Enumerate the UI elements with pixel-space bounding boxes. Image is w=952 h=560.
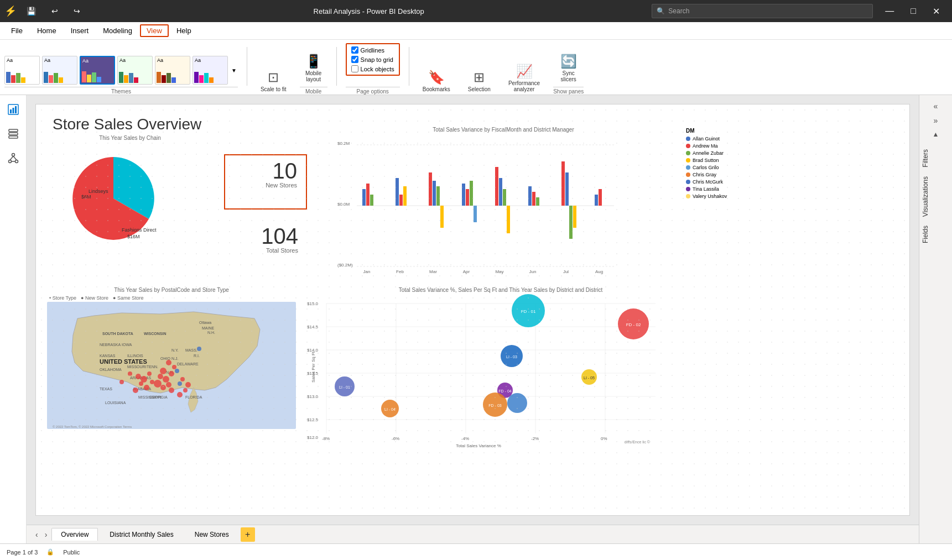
gridlines-checkbox[interactable]	[351, 46, 358, 54]
selection-button[interactable]: ⊞ Selection	[464, 67, 495, 95]
svg-text:FD - 01: FD - 01	[521, 309, 536, 314]
scale-to-fit-label: Scale to fit	[261, 86, 287, 92]
chevron-up-button[interactable]: ▲	[930, 128, 941, 140]
performance-analyzer-button[interactable]: 📈 Performance analyzer	[504, 61, 544, 95]
theme-tile-2[interactable]: Aa	[42, 56, 77, 85]
pie-value-fashions: $16M	[127, 234, 140, 239]
app-title: Retail Analysis - Power BI Desktop	[86, 7, 652, 15]
svg-rect-43	[573, 206, 576, 228]
redo-button[interactable]: ↪	[68, 4, 86, 18]
bookmarks-label: Bookmarks	[423, 86, 450, 92]
svg-point-91	[150, 380, 154, 384]
fields-panel-tab[interactable]: Fields	[919, 221, 952, 248]
svg-point-101	[183, 388, 188, 392]
svg-text:FD - 03: FD - 03	[488, 404, 501, 407]
filters-panel-tab[interactable]: Filters	[919, 145, 952, 172]
bookmarks-button[interactable]: 🔖 Bookmarks	[418, 67, 455, 95]
snap-to-grid-checkbox[interactable]	[351, 56, 358, 63]
svg-point-96	[178, 381, 182, 386]
svg-text:Ottawa: Ottawa	[199, 321, 211, 325]
legend-label-tina: Tina Lassila	[693, 186, 719, 192]
app-logo-icon: ⚡	[4, 5, 17, 17]
tab-overview[interactable]: Overview	[51, 528, 98, 541]
svg-point-87	[158, 374, 163, 379]
menu-home[interactable]: Home	[30, 24, 63, 37]
lock-icon: 🔒	[46, 548, 54, 556]
svg-text:TEXAS: TEXAS	[100, 387, 112, 391]
menu-bar: File Home Insert Modeling View Help	[0, 22, 952, 40]
expand-button[interactable]: »	[932, 114, 940, 127]
restore-button[interactable]: □	[903, 4, 924, 19]
pie-chart-container[interactable]: This Year Sales by Chain Lindseys $6M Fa…	[47, 135, 213, 262]
legend-item-andrew: Andrew Ma	[686, 143, 758, 149]
add-page-button[interactable]: +	[241, 527, 255, 542]
theme-tile-5[interactable]: Aa	[155, 56, 190, 85]
kpi-total-stores-value: 104	[228, 225, 303, 247]
menu-help[interactable]: Help	[170, 24, 198, 37]
map-placeholder: SOUTH DAKOTA WISCONSIN NEBRASKA KANSAS O…	[47, 302, 296, 429]
bar-chart-container[interactable]: Total Sales Variance by FiscalMonth and …	[315, 127, 691, 287]
lock-objects-checkbox[interactable]	[351, 65, 358, 72]
menu-view[interactable]: View	[140, 24, 169, 37]
collapse-all-button[interactable]: «	[932, 100, 940, 113]
snap-to-grid-label: Snap to grid	[361, 56, 393, 63]
tab-district-monthly[interactable]: District Monthly Sales	[100, 528, 183, 541]
visualizations-panel-tab[interactable]: Visualizations	[919, 172, 952, 221]
svg-rect-26	[433, 181, 436, 206]
map-chart-container[interactable]: This Year Sales by PostalCode and Store …	[47, 287, 296, 442]
legend-label-chris-gray: Chris Gray	[693, 172, 716, 177]
themes-dropdown-button[interactable]: ▼	[230, 66, 238, 75]
svg-text:diffs/Ence lic ©: diffs/Ence lic ©	[625, 440, 651, 444]
svg-point-103	[147, 371, 152, 376]
canvas-area: Store Sales Overview This Year Sales by …	[27, 95, 919, 543]
page-info: Page 1 of 3	[7, 549, 38, 556]
sidebar-model-icon[interactable]	[3, 148, 23, 168]
svg-point-95	[169, 388, 174, 393]
pie-value-lindseys: $6M	[81, 194, 91, 200]
tab-nav-prev[interactable]: ‹	[33, 528, 40, 541]
menu-insert[interactable]: Insert	[64, 24, 96, 37]
visibility-label: Public	[63, 549, 80, 556]
svg-rect-22	[396, 178, 399, 206]
theme-tile-1[interactable]: Aa	[4, 56, 40, 85]
sidebar-data-icon[interactable]	[3, 124, 23, 144]
mobile-layout-icon: 📱	[305, 54, 322, 69]
svg-point-84	[160, 368, 167, 374]
kpi-new-stores-container[interactable]: 10 New Stores	[224, 154, 307, 210]
svg-text:KANSAS: KANSAS	[100, 354, 116, 358]
close-button[interactable]: ✕	[925, 4, 948, 19]
title-bar: ⚡ 💾 ↩ ↪ Retail Analysis - Power BI Deskt…	[0, 0, 952, 22]
search-bar[interactable]: 🔍	[652, 4, 873, 18]
scale-to-fit-button[interactable]: ⊡ Scale to fit	[256, 67, 291, 95]
sync-slicers-icon: 🔄	[560, 54, 577, 69]
theme-tile-3[interactable]: Aa	[80, 56, 115, 85]
undo-button[interactable]: ↩	[46, 4, 64, 18]
selection-icon: ⊞	[474, 70, 485, 85]
theme-tile-6[interactable]: Aa	[193, 56, 228, 85]
svg-point-104	[197, 347, 201, 351]
kpi-total-stores-container[interactable]: 104 Total Stores	[224, 221, 307, 265]
svg-text:($0.2M): ($0.2M)	[337, 263, 353, 268]
svg-rect-37	[528, 186, 532, 206]
svg-rect-1	[10, 109, 12, 113]
kpi-new-stores-label: New Stores	[230, 182, 301, 189]
svg-text:Jun: Jun	[529, 269, 537, 274]
svg-text:MAINE: MAINE	[202, 326, 215, 330]
minimize-button[interactable]: —	[877, 4, 902, 19]
mobile-layout-button[interactable]: 📱 Mobile layout	[300, 51, 327, 85]
save-button[interactable]: 💾	[21, 4, 41, 18]
legend-item-brad: Brad Sutton	[686, 158, 758, 163]
sync-slicers-button[interactable]: 🔄 Sync slicers	[555, 51, 582, 85]
svg-text:IOWA: IOWA	[122, 343, 132, 347]
pie-label-fashions: Fashions Direct	[122, 227, 157, 233]
search-input[interactable]	[668, 7, 868, 15]
tab-nav-next[interactable]: ›	[43, 528, 50, 541]
svg-text:GEORGIA: GEORGIA	[149, 395, 168, 399]
menu-modeling[interactable]: Modeling	[96, 24, 139, 37]
pie-label-lindseys: Lindseys	[89, 189, 108, 194]
sidebar-report-icon[interactable]	[3, 100, 23, 119]
theme-tile-4[interactable]: Aa	[117, 56, 153, 85]
tab-new-stores[interactable]: New Stores	[185, 528, 238, 541]
menu-file[interactable]: File	[4, 24, 29, 37]
bubble-chart-container[interactable]: Total Sales Variance %, Sales Per Sq Ft …	[307, 287, 694, 447]
